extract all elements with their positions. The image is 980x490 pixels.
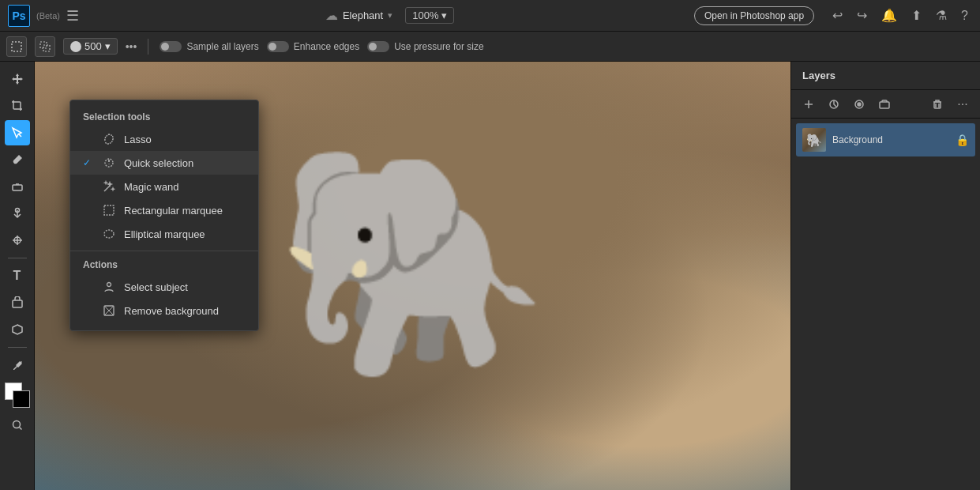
magic-wand-icon [102,179,116,194]
brush-size-chevron: ▾ [105,40,111,52]
canvas-area[interactable]: Selection tools Lasso ✓ Quick selection [35,62,790,490]
enhance-edges-switch[interactable] [267,41,289,52]
svg-rect-18 [934,102,941,108]
brush-tool[interactable] [5,147,30,172]
lasso-icon [102,132,116,146]
lasso-label: Lasso [124,134,152,145]
quick-selection-item[interactable]: ✓ Quick selection [70,151,258,175]
layers-list: 🐘 Background 🔒 [791,119,980,161]
divider [148,39,148,55]
redo-button[interactable]: ↪ [853,8,871,23]
sample-all-layers-switch[interactable] [160,41,182,52]
svg-point-12 [107,283,111,287]
svg-marker-7 [13,325,22,334]
undo-button[interactable]: ↩ [828,8,847,23]
brush-size-value: 500 [84,40,102,52]
sample-all-layers-label: Sample all layers [186,41,258,52]
hamburger-menu[interactable]: ☰ [66,7,79,24]
layers-toolbar: ··· [791,90,980,119]
use-pressure-toggle[interactable]: Use pressure for size [367,41,483,52]
enhance-edges-label: Enhance edges [294,41,359,52]
svg-point-8 [13,421,20,428]
background-layer-row[interactable]: 🐘 Background 🔒 [796,123,975,156]
sample-all-layers-toggle[interactable]: Sample all layers [160,41,258,52]
toolbar-divider [8,258,27,258]
toolbar: T [0,62,35,490]
elliptical-marquee-item[interactable]: Elliptical marquee [70,222,258,246]
move-tool[interactable] [5,66,30,92]
svg-rect-0 [12,42,21,51]
color-swatch[interactable] [5,383,30,408]
enhance-edges-toggle[interactable]: Enhance edges [267,41,359,52]
brush-preview [70,41,81,52]
more-layer-options-button[interactable]: ··· [952,93,974,115]
elliptical-marquee-icon [102,227,116,241]
zoom-level[interactable]: 100% ▾ [405,7,454,24]
select-subject-item[interactable]: Select subject [70,275,258,299]
remove-background-label: Remove background [124,305,219,317]
svg-point-11 [104,230,114,238]
layers-panel: Layers ··· 🐘 [790,62,980,490]
layers-panel-header: Layers [791,62,980,90]
remove-background-icon [102,303,116,318]
rectangular-marquee-icon [102,203,116,217]
doc-name: Elephant [343,9,383,21]
cloud-icon: ☁ [325,8,338,23]
select-subject-icon [102,280,116,294]
remove-background-item[interactable]: Remove background [70,299,258,322]
group-button[interactable] [873,93,896,115]
rectangular-marquee-label: Rectangular marquee [124,205,223,217]
svg-rect-10 [104,205,114,215]
notifications-icon[interactable]: 🔔 [877,8,901,23]
svg-rect-3 [13,185,22,190]
beta-tag: (Beta) [36,11,60,21]
mask-button[interactable] [848,93,870,115]
add-layer-button[interactable] [798,93,820,115]
doc-info: ☁ Elephant ▾ 100% ▾ [325,7,454,24]
delete-layer-button[interactable] [926,93,948,115]
add-to-selection-button[interactable] [35,36,55,57]
type-tool[interactable]: T [5,263,30,288]
toolbar-divider-2 [8,347,27,348]
share-icon[interactable]: ⬆ [907,8,926,23]
rectangular-marquee-item[interactable]: Rectangular marquee [70,198,258,222]
healing-tool[interactable] [5,228,30,253]
lasso-tool-item[interactable]: Lasso [70,127,258,151]
shape-tool[interactable] [5,290,30,315]
brush-size-control[interactable]: 500 ▾ [63,38,118,55]
actions-header: Actions [70,256,258,275]
svg-rect-16 [858,103,861,106]
layers-title: Layers [802,70,969,81]
layer-thumbnail: 🐘 [802,128,826,152]
help-icon[interactable]: ? [957,9,972,23]
dropdown-divider [70,251,258,251]
crop-tool[interactable] [5,93,30,119]
selection-tools-dropdown: Selection tools Lasso ✓ Quick selection [69,100,259,331]
new-selection-button[interactable] [6,36,27,57]
ps-logo: Ps [8,5,30,27]
svg-rect-6 [13,300,22,307]
eyedropper-tool[interactable] [5,352,30,378]
more-options-button[interactable]: ••• [126,40,137,53]
select-subject-label: Select subject [124,281,188,293]
eraser-tool[interactable] [5,174,30,199]
smart-object-tool[interactable] [5,317,30,342]
elliptical-marquee-label: Elliptical marquee [124,228,205,240]
doc-chevron-icon[interactable]: ▾ [388,10,392,21]
clone-tool[interactable] [5,201,30,226]
plugins-icon[interactable]: ⚗ [932,8,951,23]
selection-tools-header: Selection tools [70,108,258,127]
zoom-tool[interactable] [5,413,30,438]
layer-name: Background [832,134,949,145]
magic-wand-item[interactable]: Magic wand [70,175,258,198]
ps-logo-icon: Ps [8,5,30,27]
open-in-photoshop-button[interactable]: Open in Photoshop app [694,6,814,25]
layer-lock-icon[interactable]: 🔒 [956,134,969,146]
selection-tool[interactable] [5,120,30,145]
adjustment-layer-button[interactable] [823,93,845,115]
quick-selection-icon [102,156,116,170]
quick-selection-check: ✓ [83,157,94,168]
background-color[interactable] [13,390,30,408]
use-pressure-switch[interactable] [367,41,389,52]
magic-wand-label: Magic wand [124,181,178,193]
